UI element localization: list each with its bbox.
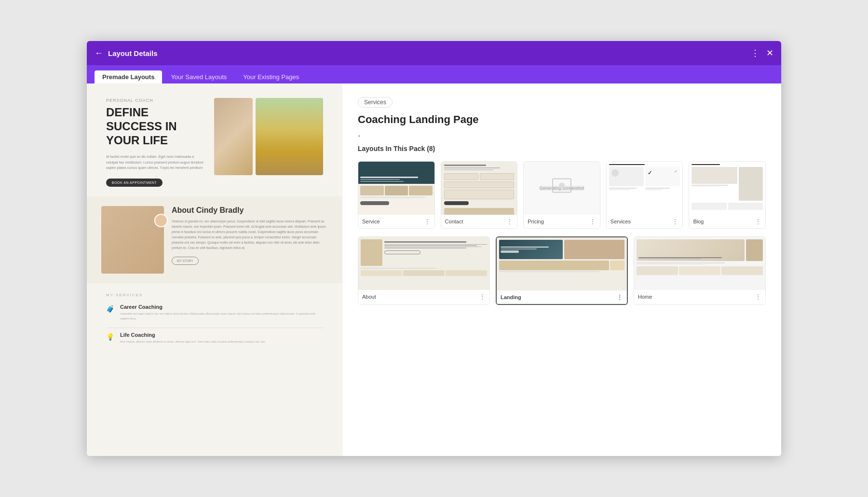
title-bar-controls: ⋮ ✕ [751, 48, 773, 58]
service-item-career: 🧳 Career Coaching Imperdiet nisl eget ma… [106, 304, 323, 321]
thumb-pricing-footer: Pricing ⋮ [524, 215, 600, 228]
tab-premade-layouts[interactable]: Premade Layouts [95, 70, 162, 83]
about-text: About Cindy Bradly Vivamus ut gravida mi… [172, 206, 328, 265]
thumb-about-img [358, 237, 489, 290]
thumb-about-footer: About ⋮ [358, 290, 489, 304]
thumb-contact-more-icon[interactable]: ⋮ [506, 218, 513, 225]
hero-cta-button[interactable]: BOOK AN APPOINTMENT [106, 179, 163, 187]
thumb-about-name: About [362, 294, 376, 300]
career-coaching-info: Career Coaching Imperdiet nisl eget maur… [120, 304, 323, 321]
thumb-service-img [358, 162, 434, 215]
about-name: About Cindy Bradly [172, 206, 328, 215]
preview-services: MY SERVICES 🧳 Career Coaching Imperdiet … [87, 283, 342, 361]
thumb-blog[interactable]: Blog ⋮ [689, 161, 766, 229]
thumb-service-name: Service [362, 219, 380, 224]
about-body: Vivamus ut gravida mi, nec ullamcorper p… [172, 219, 328, 250]
tab-bar: Premade Layouts Your Saved Layouts Your … [87, 65, 781, 83]
service-item-life: 💡 Life Coaching Nisl massa, ultrices vit… [106, 332, 323, 345]
thumb-about-more-icon[interactable]: ⋮ [479, 293, 486, 301]
back-button[interactable]: ← [95, 48, 103, 58]
layout-details-window: ← Layout Details ⋮ ✕ Premade Layouts You… [87, 41, 781, 456]
thumb-about[interactable]: About ⋮ [358, 236, 490, 305]
thumb-home-img [634, 237, 765, 290]
service-divider [106, 328, 323, 328]
window-title: Layout Details [108, 49, 158, 57]
preview-hero: PERSONAL COACH DEFINE SUCCESS IN YOUR LI… [87, 83, 342, 196]
life-coaching-info: Life Coaching Nisl massa, ultrices vitae… [120, 332, 266, 345]
preview-scroll: PERSONAL COACH DEFINE SUCCESS IN YOUR LI… [87, 83, 342, 456]
preview-about: About Cindy Bradly Vivamus ut gravida mi… [87, 196, 342, 283]
main-content: PERSONAL COACH DEFINE SUCCESS IN YOUR LI… [87, 83, 781, 456]
about-avatar [154, 214, 168, 227]
thumb-landing-img [497, 237, 627, 290]
layout-title: Coaching Landing Page [358, 113, 766, 126]
thumb-landing-name: Landing [501, 294, 521, 300]
thumb-contact-footer: Contact ⋮ [441, 215, 517, 228]
category-badge: Services [358, 97, 393, 108]
thumbnails-row-1: Service ⋮ [358, 161, 766, 229]
thumb-services2-more-icon[interactable]: ⋮ [672, 218, 678, 225]
hero-image-blocks [214, 98, 253, 175]
thumb-services2-img: ✓ ✓ [607, 162, 683, 215]
thumb-blog-footer: Blog ⋮ [689, 215, 765, 228]
tab-saved-layouts[interactable]: Your Saved Layouts [163, 70, 234, 83]
layout-dot: . [358, 128, 766, 139]
thumb-service[interactable]: Service ⋮ [358, 161, 435, 229]
life-coaching-title: Life Coaching [120, 332, 266, 338]
about-story-button[interactable]: MY STORY [172, 257, 199, 265]
services-label: MY SERVICES [106, 293, 323, 297]
thumb-pricing-img: Generating Screenshot [524, 162, 600, 215]
preview-panel: PERSONAL COACH DEFINE SUCCESS IN YOUR LI… [87, 83, 342, 456]
thumb-blog-img [689, 162, 765, 215]
career-coaching-desc: Imperdiet nisl eget mauris nec non delun… [120, 312, 323, 321]
tab-existing-pages[interactable]: Your Existing Pages [235, 70, 307, 83]
career-coaching-title: Career Coaching [120, 304, 323, 310]
title-bar: ← Layout Details ⋮ ✕ [87, 41, 781, 65]
about-image [101, 206, 164, 274]
settings-icon[interactable]: ⋮ [751, 48, 760, 58]
hero-text: PERSONAL COACH DEFINE SUCCESS IN YOUR LI… [106, 98, 206, 187]
pack-label: Layouts In This Pack (8) [358, 145, 766, 152]
hero-body: At facilisi morbi quis ac dis nullam. Eg… [106, 154, 206, 170]
thumb-home[interactable]: Home ⋮ [634, 236, 766, 305]
thumb-pricing-more-icon[interactable]: ⋮ [589, 218, 596, 225]
hero-subtitle: PERSONAL COACH [106, 98, 206, 103]
close-button[interactable]: ✕ [766, 48, 773, 58]
life-coaching-desc: Nisl massa, ultrices vitae eleifend ut a… [120, 340, 266, 345]
thumb-blog-more-icon[interactable]: ⋮ [755, 218, 761, 225]
thumb-pricing[interactable]: Generating Screenshot Pricing ⋮ [523, 161, 600, 229]
hero-images [214, 98, 323, 187]
life-coaching-icon: 💡 [106, 333, 114, 341]
detail-panel: Services Coaching Landing Page . Layouts… [342, 83, 781, 456]
thumb-contact[interactable]: Contact ⋮ [441, 161, 518, 229]
hero-image-grass [256, 98, 323, 175]
hero-title: DEFINE SUCCESS IN YOUR LIFE [106, 106, 206, 147]
thumb-blog-name: Blog [693, 219, 704, 224]
thumb-contact-name: Contact [445, 219, 463, 224]
thumb-home-more-icon[interactable]: ⋮ [755, 293, 761, 301]
thumb-home-name: Home [638, 294, 652, 300]
thumb-landing-more-icon[interactable]: ⋮ [616, 293, 623, 301]
thumb-services2-name: Services [610, 219, 631, 224]
thumbnails-row-2: About ⋮ [358, 236, 766, 305]
thumb-service-more-icon[interactable]: ⋮ [424, 218, 431, 225]
thumb-landing[interactable]: Landing ⋮ [496, 236, 628, 305]
career-coaching-icon: 🧳 [106, 305, 114, 313]
thumb-service-footer: Service ⋮ [358, 215, 434, 228]
preview-inner: PERSONAL COACH DEFINE SUCCESS IN YOUR LI… [87, 83, 342, 361]
thumb-pricing-name: Pricing [528, 219, 544, 224]
thumb-landing-footer: Landing ⋮ [497, 290, 627, 304]
thumb-services2-footer: Services ⋮ [607, 215, 683, 228]
thumb-home-footer: Home ⋮ [634, 290, 765, 304]
thumb-contact-img [441, 162, 517, 215]
thumb-services2[interactable]: ✓ ✓ Services ⋮ [606, 161, 683, 229]
title-bar-left: ← Layout Details [95, 48, 158, 58]
